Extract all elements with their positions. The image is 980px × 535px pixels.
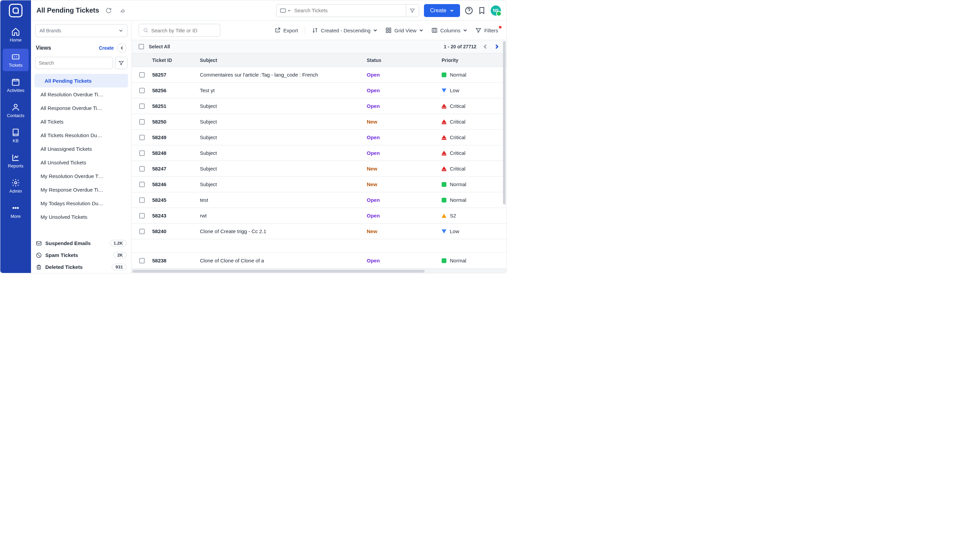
view-label: Grid View (394, 27, 417, 33)
table-row[interactable]: 58248SubjectOpenCritical (132, 145, 506, 161)
row-checkbox[interactable] (139, 103, 145, 109)
select-all-checkbox[interactable] (138, 44, 144, 49)
view-item[interactable]: My Todays Resolution Du… (34, 196, 128, 210)
view-item[interactable]: All Resolution Overdue Ti… (34, 87, 128, 101)
export-button[interactable]: Export (273, 27, 299, 33)
view-toggle-button[interactable]: Grid View (384, 27, 425, 33)
ticket-icon (11, 52, 20, 61)
view-item[interactable]: My Resolution Overdue T… (34, 169, 128, 183)
row-checkbox[interactable] (139, 258, 145, 264)
cell-status: Open (367, 72, 442, 78)
svg-rect-17 (432, 28, 437, 32)
views-filter-button[interactable] (115, 57, 127, 69)
row-checkbox[interactable] (139, 229, 145, 234)
toolbar-search[interactable] (138, 24, 220, 37)
home-icon (11, 27, 20, 36)
horizontal-scrollbar[interactable] (132, 269, 506, 273)
bookmark-icon[interactable] (478, 6, 486, 14)
view-item[interactable]: My Response Overdue Ti… (34, 183, 128, 196)
row-checkbox[interactable] (139, 119, 145, 125)
avatar[interactable]: NS (491, 5, 501, 16)
cell-id: 58257 (152, 72, 200, 78)
table-row[interactable]: 58249SubjectOpenCritical (132, 130, 506, 145)
row-checkbox[interactable] (139, 72, 145, 78)
nav-more[interactable]: More (3, 200, 29, 222)
table-row[interactable]: 58247SubjectNewCritical (132, 161, 506, 177)
filter-icon (118, 60, 124, 66)
sort-button[interactable]: Created - Descending (310, 27, 379, 33)
pager-next[interactable] (494, 44, 500, 49)
table-row[interactable]: 58250SubjectNewCritical (132, 114, 506, 130)
app-logo[interactable] (9, 4, 22, 17)
vertical-scrollbar[interactable] (503, 41, 506, 205)
row-checkbox[interactable] (139, 197, 145, 203)
search-filter-button[interactable] (406, 4, 419, 17)
svg-rect-14 (389, 28, 391, 30)
nav-activities[interactable]: Activities (3, 74, 29, 96)
row-checkbox[interactable] (139, 213, 145, 219)
folder-item[interactable]: Suspended Emails1.2K (31, 237, 131, 249)
table-row[interactable]: 58246SubjectNewNormal (132, 177, 506, 192)
cell-status: Open (367, 150, 442, 156)
filters-button[interactable]: Filters (474, 27, 500, 33)
row-checkbox[interactable] (139, 166, 145, 171)
table-row[interactable]: 58256Test ytOpenLow (132, 83, 506, 98)
create-button[interactable]: Create (424, 4, 460, 17)
view-item[interactable]: All Tickets Resolution Du… (34, 128, 128, 142)
view-item[interactable]: All Unsolved Tickets (34, 156, 128, 169)
priority-icon (442, 104, 446, 109)
toolbar-search-input[interactable] (151, 27, 216, 33)
th-status[interactable]: Status (367, 57, 442, 63)
table-row[interactable]: 58257Commentaires sur l'article :Tag - l… (132, 67, 506, 83)
cell-id: 58246 (152, 181, 200, 187)
nav-admin[interactable]: Admin (3, 175, 29, 197)
svg-point-12 (144, 29, 147, 32)
view-item[interactable]: All Unassigned Tickets (34, 142, 128, 156)
refresh-button[interactable] (104, 6, 113, 15)
th-id[interactable]: Ticket ID (152, 57, 200, 63)
brands-select[interactable]: All Brands (35, 24, 127, 37)
table-row[interactable]: 58240Clone of Create trigg - Cc 2.1NewLo… (132, 224, 506, 239)
cell-id: 58248 (152, 150, 200, 156)
row-checkbox[interactable] (139, 88, 145, 93)
search-input[interactable] (294, 8, 406, 13)
nav-contacts[interactable]: Contacts (3, 99, 29, 122)
row-checkbox[interactable] (139, 182, 145, 187)
brands-label: All Brands (40, 28, 61, 33)
page-title: All Pending Tickets (37, 6, 99, 14)
cell-status: Open (367, 258, 442, 264)
view-item[interactable]: All Response Overdue Ti… (34, 101, 128, 115)
pager-prev[interactable] (482, 44, 488, 49)
svg-rect-16 (389, 31, 391, 33)
table-row[interactable]: 58245testOpenNormal (132, 192, 506, 208)
table-row[interactable]: 58251SubjectOpenCritical (132, 98, 506, 114)
table-row[interactable]: 58238Clone of Clone of Clone of aOpenNor… (132, 253, 506, 268)
global-search[interactable] (276, 4, 419, 17)
chevron-down-icon (287, 9, 291, 12)
view-item[interactable]: My Unsolved Tickets (34, 210, 128, 224)
table-row[interactable]: 58243rwtOpenS2 (132, 208, 506, 224)
cell-id: 58238 (152, 258, 200, 264)
svg-rect-13 (386, 28, 388, 30)
collapse-views-button[interactable] (117, 43, 127, 53)
ticket-small-icon (280, 8, 286, 13)
folder-item[interactable]: Spam Tickets2K (31, 249, 131, 261)
view-item[interactable]: All Pending Tickets (34, 74, 128, 87)
nav-home[interactable]: Home (3, 24, 29, 46)
row-checkbox[interactable] (139, 135, 145, 140)
views-search-input[interactable] (35, 57, 113, 69)
search-scope-button[interactable] (277, 8, 294, 13)
export-icon (274, 27, 281, 33)
nav-kb[interactable]: KB (3, 124, 29, 147)
views-create-link[interactable]: Create (99, 45, 114, 51)
th-subject[interactable]: Subject (200, 57, 367, 63)
row-checkbox[interactable] (139, 151, 145, 156)
help-icon[interactable] (465, 6, 473, 14)
nav-tickets[interactable]: Tickets (3, 49, 29, 71)
clear-button[interactable] (118, 6, 128, 15)
view-item[interactable]: All Tickets (34, 115, 128, 128)
nav-reports[interactable]: Reports (3, 149, 29, 172)
columns-button[interactable]: Columns (430, 27, 469, 33)
folder-item[interactable]: Deleted Tickets931 (31, 261, 131, 273)
th-priority[interactable]: Priority (442, 57, 506, 63)
